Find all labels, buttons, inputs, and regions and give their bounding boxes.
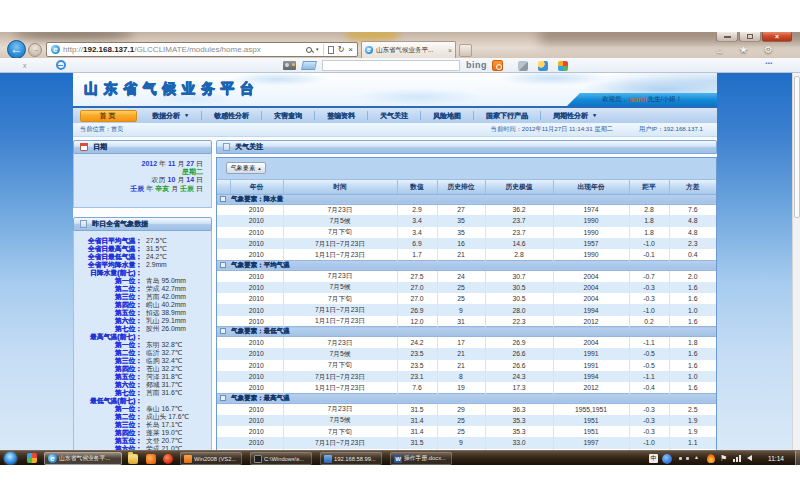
table-row[interactable]: 20101月1日~7月23日7.61917.32012-0.41.6: [217, 382, 716, 393]
maximize-button[interactable]: [739, 32, 761, 42]
table-row[interactable]: 20107月1日~7月23日31.5933.01997-1.01.1: [217, 437, 716, 448]
column-header[interactable]: 历史排位: [437, 180, 485, 194]
bing-logo[interactable]: bing: [466, 61, 487, 70]
table-row[interactable]: 20107月5候27.02530.52004-0.31.6: [217, 282, 716, 293]
cell: 35: [437, 215, 485, 226]
table-group-row[interactable]: 气象要素：最高气温: [217, 393, 716, 403]
search-icon[interactable]: [306, 47, 312, 53]
stat-label: 第七位：: [74, 325, 142, 333]
address-bar[interactable]: e http://192.168.137.1/GLCCLIMATE/module…: [46, 42, 358, 57]
table-row[interactable]: 20107月23日24.21726.92004-1.11.8: [217, 337, 716, 348]
back-button[interactable]: ←: [7, 40, 26, 58]
camera-icon[interactable]: [283, 61, 296, 70]
taskbar-clock[interactable]: 11:14: [759, 451, 793, 465]
taskbar-window-button[interactable]: Win2008 (VS2...: [180, 452, 242, 465]
table-row[interactable]: 20107月下旬31.42535.31951-0.31.9: [217, 426, 716, 437]
pinned-app-icon[interactable]: [27, 453, 37, 463]
ime-indicator[interactable]: 中: [649, 454, 658, 463]
pinned-app-icon[interactable]: [146, 454, 156, 464]
cell: 25: [437, 415, 485, 426]
table-row[interactable]: 20107月1日~7月23日6.91614.61957-1.02.3: [217, 238, 716, 249]
nav-item[interactable]: 国家下行产品: [474, 111, 541, 120]
nav-item[interactable]: 整编资料: [315, 111, 368, 120]
compatibility-icon[interactable]: [328, 46, 334, 54]
toolbar-circle-icon[interactable]: [56, 60, 66, 70]
show-desktop-button[interactable]: [795, 451, 800, 465]
nav-item[interactable]: 风险地图: [421, 111, 474, 120]
column-header[interactable]: 年份: [230, 180, 283, 194]
chevron-down-icon[interactable]: ▾: [316, 47, 319, 52]
column-header[interactable]: 出现年份: [553, 180, 629, 194]
toolbar-search-input[interactable]: [322, 60, 460, 71]
table-row[interactable]: 20101月1日~7月23日12.03122.320120.21.6: [217, 316, 716, 327]
start-button[interactable]: [4, 452, 17, 465]
network-icon[interactable]: [733, 455, 742, 462]
table-row[interactable]: 20107月5候3.43523.719901.84.8: [217, 215, 716, 226]
column-header[interactable]: 方差: [669, 180, 716, 194]
table-row[interactable]: 20107月下旬23.52126.61991-0.51.6: [217, 360, 716, 371]
action-center-flag-icon[interactable]: ⚑: [720, 453, 727, 464]
favorites-star-icon[interactable]: ★: [739, 45, 748, 55]
expand-icon[interactable]: [220, 395, 226, 401]
stop-icon[interactable]: ×: [348, 46, 353, 54]
table-row[interactable]: 20107月1日~7月23日23.1824.31994-1.11.0: [217, 371, 716, 382]
tab-close-icon[interactable]: ×: [448, 47, 452, 54]
browser-scrollbar[interactable]: [792, 73, 800, 450]
settings-gear-icon[interactable]: ⚙: [764, 45, 773, 55]
table-row[interactable]: 20107月1日~7月23日26.9928.01994-1.01.0: [217, 304, 716, 315]
expand-icon[interactable]: [220, 196, 226, 202]
toolbar-overflow-icon[interactable]: ⋯: [765, 59, 774, 68]
scrollbar-thumb[interactable]: [794, 76, 800, 218]
table-group-row[interactable]: 气象要素：最低气温: [217, 327, 716, 337]
toolbar-close-icon[interactable]: x: [23, 62, 27, 69]
column-header[interactable]: 时间: [283, 180, 397, 194]
volume-icon[interactable]: [747, 455, 752, 461]
close-button[interactable]: ×: [762, 32, 792, 42]
toolbar-app-icon[interactable]: [558, 61, 568, 71]
nav-item[interactable]: 灾害查询: [262, 111, 315, 120]
tray-icon[interactable]: [679, 457, 682, 460]
table-row[interactable]: 20107月5候23.52126.61991-0.51.6: [217, 348, 716, 359]
browser-tab[interactable]: e 山东省气候业务平... ×: [361, 41, 456, 58]
nav-item[interactable]: 数据分析▼: [140, 111, 202, 120]
explorer-icon[interactable]: [128, 454, 138, 464]
forward-button[interactable]: →: [28, 43, 42, 57]
pinned-app-icon[interactable]: [163, 454, 173, 464]
expand-icon[interactable]: [220, 328, 226, 334]
table-row[interactable]: 20107月下旬27.02530.52004-0.31.6: [217, 293, 716, 304]
taskbar-window-button[interactable]: W操作手册.docx...: [390, 452, 452, 465]
nav-item[interactable]: 天气关注: [368, 111, 421, 120]
column-header[interactable]: 历史极值: [485, 180, 553, 194]
bing-search-button[interactable]: [492, 60, 503, 71]
tray-icon[interactable]: [686, 457, 689, 460]
tray-security-icon[interactable]: [707, 454, 715, 463]
table-row[interactable]: 20107月下旬3.43523.719901.84.8: [217, 227, 716, 238]
table-group-row[interactable]: 气象要素：降水量: [217, 194, 716, 204]
tray-app-icon[interactable]: [662, 454, 672, 464]
home-icon[interactable]: ⌂: [717, 45, 723, 55]
toolbar-app-icon[interactable]: [538, 61, 548, 71]
taskbar-window-button[interactable]: C:\Windows\s...: [250, 452, 312, 465]
expand-icon[interactable]: [220, 262, 226, 268]
column-header[interactable]: 数值: [397, 180, 437, 194]
tray-expand-icon[interactable]: ▲: [694, 455, 699, 460]
table-group-row[interactable]: 气象要素：平均气温: [217, 260, 716, 270]
table-row[interactable]: 20107月23日31.52936.31955,1951-0.32.5: [217, 403, 716, 414]
taskbar-active-window[interactable]: e 山东省气候业务平...: [44, 452, 122, 465]
refresh-icon[interactable]: ↻: [338, 46, 345, 54]
new-tab-button[interactable]: [459, 44, 472, 57]
table-row[interactable]: 20107月5候31.42535.31951-0.31.9: [217, 415, 716, 426]
table-row[interactable]: 20101月1日~7月23日1.7212.81990-0.10.4: [217, 249, 716, 260]
toolbar-app-icon[interactable]: [518, 61, 528, 71]
minimize-button[interactable]: [716, 32, 738, 42]
element-filter-button[interactable]: 气象要素▲: [226, 162, 266, 174]
table-row[interactable]: 20107月23日2.92736.219742.87.6: [217, 204, 716, 215]
taskbar-window-button[interactable]: 192.168.58.99...: [320, 452, 382, 465]
url-text[interactable]: http://192.168.137.1/GLCCLIMATE/modules/…: [63, 45, 261, 54]
nav-item[interactable]: 敏感性分析: [202, 111, 262, 120]
mail-icon[interactable]: [301, 61, 317, 70]
nav-item-home[interactable]: 首页: [80, 110, 137, 122]
nav-item[interactable]: 周期性分析▼: [541, 111, 609, 120]
table-row[interactable]: 20107月23日27.52430.72004-0.72.0: [217, 270, 716, 281]
column-header[interactable]: 距平: [629, 180, 669, 194]
